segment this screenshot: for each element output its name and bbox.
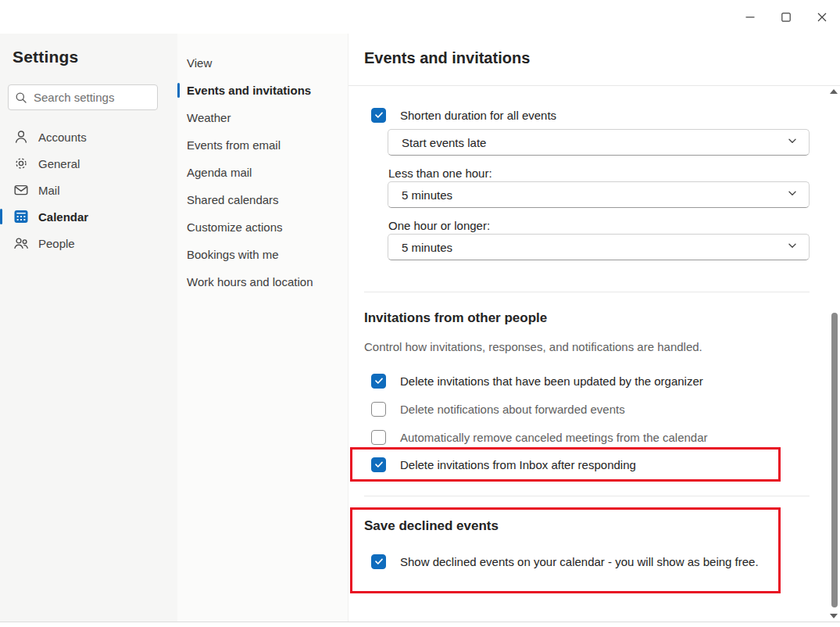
shorten-duration-checkbox-row[interactable]: Shorten duration for all events [371,107,810,123]
sidebar-item-label: People [38,237,75,250]
checkbox-label: Delete invitations from Inbox after resp… [400,458,636,471]
nav-item-label: Shared calendars [187,193,279,206]
settings-window: Settings Accounts Gene [0,0,840,627]
scroll-area: Shorten duration for all events Start ev… [349,86,840,593]
nav-item-label: Weather [187,111,231,124]
sidebar-item-label: Calendar [38,210,88,224]
dropdown-value: 5 minutes [402,188,452,202]
nav-item-work-hours-and-location[interactable]: Work hours and location [177,268,348,296]
sidebar-item-label: General [38,157,80,170]
search-input[interactable] [34,91,189,104]
delete-updated-invitations-checkbox-row[interactable]: Delete invitations that have been update… [371,373,810,389]
shorten-duration-dropdown[interactable]: Start events late [388,129,810,156]
person-icon [13,129,29,145]
declined-section-title: Save declined events [364,518,767,536]
close-icon [817,13,827,22]
search-settings-box[interactable] [8,84,158,110]
sidebar-item-calendar[interactable]: Calendar [0,203,177,230]
checkmark-icon [374,460,384,469]
sidebar-item-label: Accounts [38,131,87,144]
delete-invitations-after-responding-checkbox-row[interactable]: Delete invitations from Inbox after resp… [371,457,767,472]
checkbox-label: Shorten duration for all events [400,109,556,122]
settings-sidebar: Settings Accounts Gene [0,34,177,622]
highlight-box-delete-invitations: Delete invitations from Inbox after resp… [350,447,781,482]
sidebar-nav: Accounts General Mail [0,124,177,256]
minimize-icon [745,13,755,22]
checkbox-label: Automatically remove canceled meetings f… [400,431,708,444]
dropdown-value: Start events late [402,136,486,149]
nav-item-label: Events and invitations [187,84,311,97]
delete-forwarded-notifications-checkbox-row[interactable]: Delete notifications about forwarded eve… [371,401,810,417]
nav-item-label: Work hours and location [187,275,313,288]
section-divider [364,496,810,496]
checkmark-icon [374,557,384,566]
highlight-box-save-declined: Save declined events Show declined event… [350,507,781,593]
nav-item-label: Agenda mail [187,166,252,179]
nav-item-events-and-invitations[interactable]: Events and invitations [177,77,348,104]
checkbox-label: Delete invitations that have been update… [400,374,703,388]
nav-item-shared-calendars[interactable]: Shared calendars [177,186,348,213]
sidebar-item-mail[interactable]: Mail [0,177,177,203]
one-hour-or-longer-dropdown[interactable]: 5 minutes [388,234,810,260]
maximize-icon [781,13,791,22]
nav-item-label: View [187,56,212,70]
search-icon [15,90,27,106]
one-hour-or-longer-label: One hour or longer: [388,219,810,234]
sidebar-item-accounts[interactable]: Accounts [0,124,177,150]
show-declined-events-checkbox-row[interactable]: Show declined events on your calendar - … [371,554,767,569]
sidebar-item-general[interactable]: General [0,150,177,177]
invitations-section-title: Invitations from other people [364,310,810,328]
checkmark-icon [374,376,384,385]
nav-item-weather[interactable]: Weather [177,104,348,131]
nav-item-agenda-mail[interactable]: Agenda mail [177,159,348,186]
checkbox[interactable] [371,402,386,417]
people-icon [13,235,29,251]
close-button[interactable] [804,0,840,34]
nav-item-bookings-with-me[interactable]: Bookings with me [177,241,348,268]
calendar-settings-nav: View Events and invitations Weather Even… [177,34,348,622]
chevron-down-icon [787,240,798,254]
checkbox[interactable] [371,554,386,569]
checkbox[interactable] [371,108,386,123]
nav-item-view[interactable]: View [177,49,348,77]
maximize-button[interactable] [768,0,804,34]
mail-icon [13,182,29,198]
nav-item-label: Bookings with me [187,248,279,261]
sidebar-item-label: Mail [38,184,60,197]
scrollbar-down-arrow[interactable] [830,614,838,618]
minimize-button[interactable] [732,0,768,34]
content-header: Events and invitations [349,34,840,86]
window-bottom-edge [0,622,840,627]
nav-item-events-from-email[interactable]: Events from email [177,131,348,159]
less-than-hour-label: Less than one hour: [388,167,810,181]
titlebar [0,0,840,34]
less-than-hour-dropdown[interactable]: 5 minutes [388,181,810,208]
scrollbar-up-arrow[interactable] [830,89,838,94]
scrollbar-thumb[interactable] [831,313,838,607]
settings-content: Events and invitations Shorten duration … [348,34,840,622]
checkbox[interactable] [371,457,386,472]
checkbox[interactable] [371,374,386,389]
nav-item-label: Customize actions [187,220,283,234]
checkmark-icon [374,110,384,120]
checkbox-label: Delete notifications about forwarded eve… [400,403,625,416]
chevron-down-icon [787,188,798,202]
dropdown-value: 5 minutes [402,241,452,254]
nav-item-customize-actions[interactable]: Customize actions [177,213,348,241]
section-divider [364,292,810,292]
page-title: Events and invitations [364,49,840,67]
sidebar-item-people[interactable]: People [0,230,177,256]
chevron-down-icon [787,135,798,149]
nav-item-label: Events from email [187,138,281,152]
remove-canceled-meetings-checkbox-row[interactable]: Automatically remove canceled meetings f… [371,429,810,445]
calendar-icon [13,209,29,224]
settings-title: Settings [13,48,177,66]
checkbox-label: Show declined events on your calendar - … [400,555,759,568]
invitations-section-description: Control how invitations, responses, and … [364,340,810,355]
checkbox[interactable] [371,430,386,445]
gear-icon [13,156,29,171]
